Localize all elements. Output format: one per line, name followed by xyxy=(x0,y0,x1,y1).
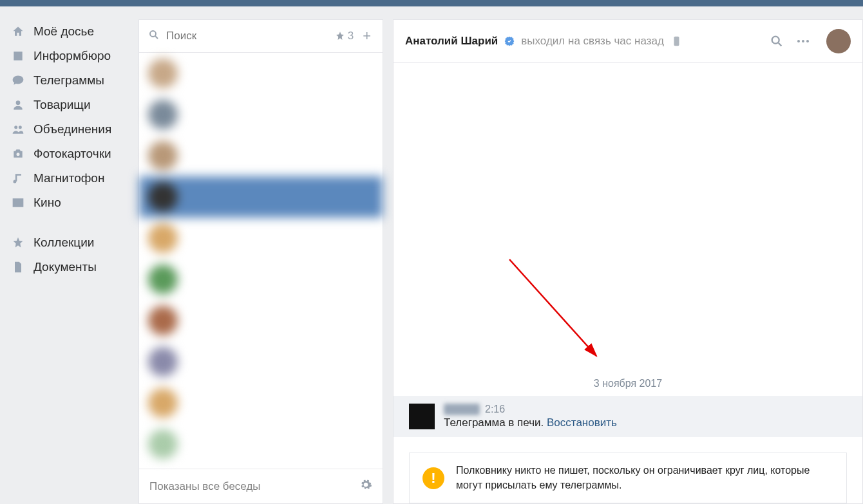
home-icon xyxy=(12,25,24,38)
starred-filter[interactable]: 3 xyxy=(335,30,354,42)
sidebar-item-label: Кино xyxy=(33,196,61,210)
svg-point-3 xyxy=(17,153,20,156)
groups-icon xyxy=(12,123,24,136)
message-avatar[interactable] xyxy=(409,404,435,429)
conversation-item[interactable] xyxy=(139,94,383,135)
svg-point-0 xyxy=(16,100,21,105)
messages-icon xyxy=(12,74,24,87)
svg-line-10 xyxy=(509,259,596,356)
chat-status: выходил на связь час назад xyxy=(521,35,664,48)
conversation-list-footer: Показаны все беседы xyxy=(139,469,383,503)
conversation-item[interactable] xyxy=(139,135,383,176)
sidebar-item-label: Информбюро xyxy=(33,49,111,63)
new-conversation-button[interactable]: + xyxy=(360,28,374,44)
news-icon xyxy=(12,50,24,62)
sidebar-item-label: Фотокарточки xyxy=(33,147,111,161)
conversation-list[interactable] xyxy=(139,53,383,469)
sidebar-item-news[interactable]: Информбюро xyxy=(0,44,129,68)
sidebar-item-label: Телеграммы xyxy=(33,73,104,88)
photos-icon xyxy=(12,147,24,160)
conversation-list-panel: 3 + Показаны все беседы xyxy=(138,19,383,504)
privacy-notice: ! Полковнику никто не пишет, поскольку о… xyxy=(409,453,847,503)
notice-text: Полковнику никто не пишет, поскольку он … xyxy=(456,463,833,492)
chat-body: 3 ноября 2017 2:16 Телеграмма в печи. Во… xyxy=(394,63,862,503)
message-sender-name[interactable] xyxy=(444,404,480,415)
sidebar-item-label: Объединения xyxy=(33,122,111,136)
verified-badge-icon xyxy=(504,36,515,46)
svg-point-2 xyxy=(19,126,22,129)
svg-point-8 xyxy=(802,40,804,42)
sidebar-item-label: Товарищи xyxy=(33,98,91,112)
svg-rect-5 xyxy=(674,37,679,46)
conversation-item[interactable] xyxy=(139,300,383,341)
sidebar-item-music[interactable]: Магнитофон xyxy=(0,166,129,191)
message-row: 2:16 Телеграмма в печи. Восстановить xyxy=(394,396,862,437)
chat-panel: Анатолий Шарий выходил на связь час наза… xyxy=(393,19,863,504)
restore-link[interactable]: Восстановить xyxy=(547,416,617,429)
star-filled-icon xyxy=(335,31,345,41)
svg-point-9 xyxy=(806,40,809,42)
chat-search-icon[interactable] xyxy=(767,32,786,51)
conversation-item[interactable] xyxy=(139,259,383,300)
conversation-item[interactable] xyxy=(139,424,383,465)
sidebar-item-video[interactable]: Кино xyxy=(0,191,129,215)
chat-avatar[interactable] xyxy=(826,29,851,53)
more-options-icon[interactable] xyxy=(793,31,813,51)
conversation-item-active[interactable] xyxy=(139,176,383,218)
annotation-arrow xyxy=(506,256,622,375)
chat-header: Анатолий Шарий выходил на связь час наза… xyxy=(394,20,862,63)
svg-point-1 xyxy=(14,126,17,129)
conversation-item[interactable] xyxy=(139,341,383,382)
conversation-item[interactable] xyxy=(139,218,383,259)
sidebar-nav: Моё досье Информбюро Телеграммы Товарищи… xyxy=(0,6,129,504)
date-separator: 3 ноября 2017 xyxy=(394,371,862,396)
message-text: Телеграмма в печи. xyxy=(444,416,547,429)
sidebar-item-label: Документы xyxy=(33,260,97,274)
sidebar-item-photos[interactable]: Фотокарточки xyxy=(0,142,129,166)
gear-icon[interactable] xyxy=(359,478,372,494)
sidebar-item-documents[interactable]: Документы xyxy=(0,255,129,279)
sidebar-item-messages[interactable]: Телеграммы xyxy=(0,68,129,93)
message-time: 2:16 xyxy=(485,404,505,415)
topbar xyxy=(0,0,863,6)
svg-point-6 xyxy=(772,37,779,44)
sidebar-item-friends[interactable]: Товарищи xyxy=(0,93,129,117)
star-icon xyxy=(12,236,24,249)
sidebar-item-profile[interactable]: Моё досье xyxy=(0,19,129,44)
music-icon xyxy=(12,172,24,185)
sidebar-item-label: Коллекции xyxy=(33,236,94,250)
sidebar-item-groups[interactable]: Объединения xyxy=(0,117,129,142)
document-icon xyxy=(12,261,24,274)
mobile-icon xyxy=(673,36,680,46)
warning-icon: ! xyxy=(422,467,444,489)
conversation-item[interactable] xyxy=(139,382,383,424)
conversation-item[interactable] xyxy=(139,53,383,94)
sidebar-item-collections[interactable]: Коллекции xyxy=(0,230,129,255)
svg-point-7 xyxy=(797,40,800,42)
sidebar-item-label: Моё досье xyxy=(33,24,94,39)
search-input[interactable] xyxy=(166,30,328,42)
video-icon xyxy=(12,196,24,209)
search-icon xyxy=(148,29,160,43)
svg-point-4 xyxy=(150,31,156,37)
chat-title[interactable]: Анатолий Шарий xyxy=(405,35,498,48)
conversation-search-bar: 3 + xyxy=(139,20,383,53)
friends-icon xyxy=(12,98,24,111)
sidebar-item-label: Магнитофон xyxy=(33,171,104,185)
